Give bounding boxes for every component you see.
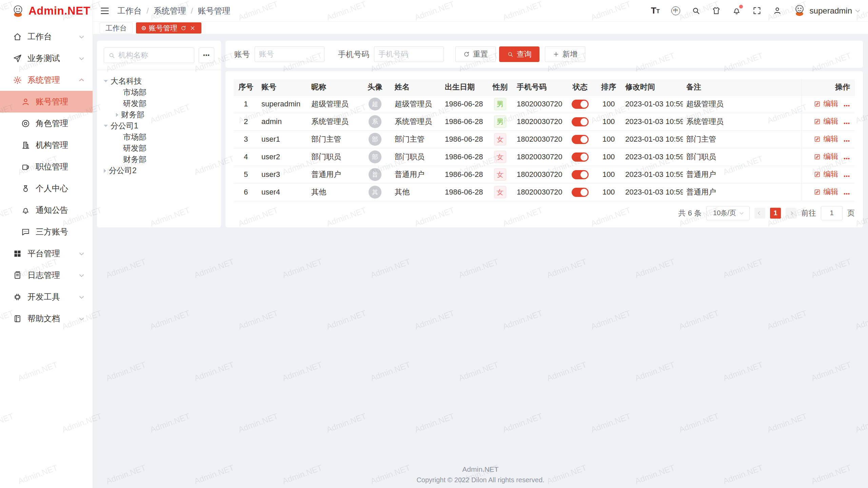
- sidebar-item-business-test[interactable]: 业务测试: [0, 47, 93, 69]
- accounts-table-panel: 序号 账号 昵称 头像 姓名 出生日期 性别 手机号码 状态 排序 修改时间: [225, 71, 863, 227]
- cell-name: 其他: [391, 183, 441, 201]
- table-row: 5user3普通用户普普通用户1986-06-28女18020030720100…: [234, 166, 855, 183]
- more-actions-button[interactable]: •••: [844, 120, 850, 126]
- sidebar-item-position-management[interactable]: 职位管理: [0, 156, 93, 178]
- status-toggle[interactable]: [572, 188, 589, 197]
- sidebar-item-account-management[interactable]: 账号管理: [0, 91, 93, 113]
- sidebar-item-label: 三方账号: [36, 226, 68, 237]
- cell-index: 1: [234, 95, 258, 113]
- fullscreen-icon[interactable]: [752, 6, 762, 16]
- cell-actions: 编辑•••: [802, 148, 855, 166]
- sidebar-item-platform-management[interactable]: 平台管理: [0, 243, 93, 264]
- refresh-icon[interactable]: [180, 25, 186, 31]
- tree-node-label: 大名科技: [111, 76, 142, 86]
- tree-node-label: 分公司1: [111, 121, 138, 131]
- sidebar-item-workbench[interactable]: 工作台: [0, 26, 93, 47]
- sidebar-item-help-docs[interactable]: 帮助文档: [0, 308, 93, 329]
- org-tree: 大名科技市场部研发部财务部分公司1市场部研发部财务部分公司2: [97, 70, 221, 176]
- status-toggle[interactable]: [572, 152, 589, 162]
- logo-text: Admin.NET: [28, 4, 90, 17]
- cell-remark: 普通用户: [683, 166, 802, 183]
- more-actions-button[interactable]: •••: [844, 173, 850, 179]
- more-actions-button[interactable]: •••: [844, 138, 850, 144]
- sidebar-item-role-management[interactable]: 角色管理: [0, 113, 93, 134]
- add-button[interactable]: 新增: [545, 46, 585, 62]
- notification-icon[interactable]: [732, 6, 742, 16]
- breadcrumb-item[interactable]: 系统管理: [154, 5, 186, 16]
- more-actions-button[interactable]: •••: [844, 156, 850, 161]
- query-button[interactable]: 查询: [499, 46, 539, 62]
- cell-phone: 18020030720: [513, 95, 565, 113]
- search-icon[interactable]: [691, 6, 701, 16]
- avatar: 其: [369, 186, 381, 199]
- cell-modified: 2023-01-03 10:59:44: [622, 183, 683, 201]
- caret-right-icon[interactable]: [116, 113, 118, 117]
- tree-node[interactable]: 财务部: [101, 109, 217, 120]
- sidebar-item-log-management[interactable]: 日志管理: [0, 264, 93, 286]
- status-toggle[interactable]: [572, 170, 589, 179]
- pagination: 共 6 条 10条/页 1 前往 页: [234, 206, 855, 220]
- logo[interactable]: Admin.NET: [0, 0, 93, 22]
- goto-page-input[interactable]: [821, 206, 843, 220]
- medal-icon: [21, 184, 30, 193]
- org-search-input[interactable]: [118, 51, 190, 60]
- next-page-button[interactable]: [786, 208, 796, 219]
- breadcrumb-item[interactable]: 工作台: [117, 5, 142, 16]
- edit-button[interactable]: 编辑: [814, 151, 838, 162]
- status-toggle[interactable]: [572, 135, 589, 144]
- current-page[interactable]: 1: [770, 208, 781, 219]
- sidebar-item-system-management[interactable]: 系统管理: [0, 69, 93, 91]
- status-toggle[interactable]: [572, 117, 589, 126]
- tree-node[interactable]: 分公司2: [101, 165, 217, 176]
- user-menu[interactable]: superadmin: [793, 3, 859, 18]
- tree-node[interactable]: 大名科技: [101, 76, 217, 87]
- plus-icon: [553, 51, 559, 58]
- breadcrumb: 工作台 / 系统管理 / 账号管理: [117, 5, 230, 16]
- tree-more-button[interactable]: •••: [199, 47, 214, 63]
- tree-node[interactable]: 市场部: [101, 87, 217, 98]
- caret-down-icon[interactable]: [104, 125, 108, 127]
- prev-page-button[interactable]: [754, 208, 765, 219]
- tab-account-management[interactable]: 账号管理: [136, 22, 201, 34]
- status-toggle[interactable]: [572, 100, 589, 109]
- sidebar-item-label: 账号管理: [36, 96, 68, 107]
- sidebar-item-notice[interactable]: 通知公告: [0, 199, 93, 221]
- sidebar-item-org-management[interactable]: 机构管理: [0, 134, 93, 156]
- menu-fold-icon[interactable]: [100, 6, 110, 16]
- reset-button[interactable]: 重置: [455, 46, 496, 62]
- caret-down-icon[interactable]: [104, 80, 108, 82]
- sidebar-item-label: 机构管理: [36, 140, 68, 150]
- tree-node[interactable]: 分公司1: [101, 120, 217, 131]
- profile-icon[interactable]: [772, 6, 783, 16]
- col-index: 序号: [234, 79, 258, 95]
- tree-node[interactable]: 市场部: [101, 131, 217, 143]
- breadcrumb-separator: /: [191, 6, 193, 16]
- font-size-icon[interactable]: TT: [650, 6, 660, 16]
- tab-workbench[interactable]: 工作台: [100, 22, 133, 34]
- language-icon[interactable]: 中: [671, 6, 681, 16]
- more-actions-button[interactable]: •••: [844, 191, 850, 197]
- edit-button[interactable]: 编辑: [814, 134, 838, 144]
- cell-gender: 男: [487, 95, 513, 113]
- account-filter-input[interactable]: [259, 50, 320, 59]
- tree-node[interactable]: 研发部: [101, 98, 217, 109]
- tree-node[interactable]: 财务部: [101, 154, 217, 165]
- breadcrumb-item[interactable]: 账号管理: [198, 5, 230, 16]
- edit-button[interactable]: 编辑: [814, 169, 838, 179]
- edit-button[interactable]: 编辑: [814, 187, 838, 197]
- sidebar-item-label: 角色管理: [36, 118, 68, 129]
- sidebar-item-third-party-account[interactable]: 三方账号: [0, 221, 93, 243]
- sidebar-item-dev-tools[interactable]: 开发工具: [0, 286, 93, 308]
- tree-node-label: 市场部: [123, 87, 146, 98]
- caret-right-icon[interactable]: [104, 169, 106, 173]
- cell-modified: 2023-01-03 10:59:44: [622, 95, 683, 113]
- page-size-select[interactable]: 10条/页: [706, 206, 750, 220]
- theme-icon[interactable]: [711, 6, 722, 16]
- more-actions-button[interactable]: •••: [844, 103, 850, 108]
- tree-node[interactable]: 研发部: [101, 143, 217, 154]
- sidebar-item-personal-center[interactable]: 个人中心: [0, 178, 93, 199]
- edit-button[interactable]: 编辑: [814, 99, 838, 109]
- phone-filter-input[interactable]: [378, 50, 439, 59]
- edit-button[interactable]: 编辑: [814, 116, 838, 126]
- close-icon[interactable]: [190, 25, 196, 31]
